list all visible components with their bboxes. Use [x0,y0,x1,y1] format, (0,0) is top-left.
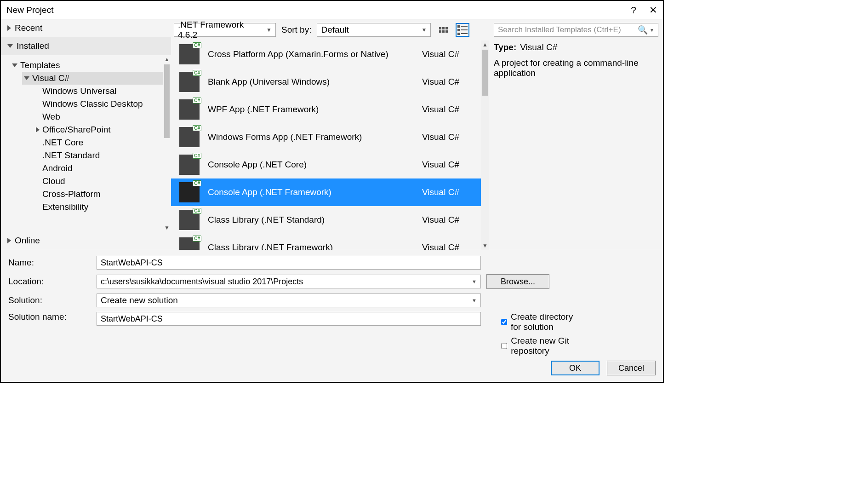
template-lang: Visual C# [422,132,473,142]
browse-button[interactable]: Browse... [486,274,549,289]
template-name: Console App (.NET Core) [208,160,414,170]
tree-item[interactable]: Android [34,162,163,175]
solname-field[interactable] [97,312,481,326]
template-name: Blank App (Universal Windows) [208,77,414,87]
template-icon: C# [179,210,200,230]
csharp-badge-icon: C# [193,42,201,48]
dialog-title: New Project [6,5,631,15]
template-name: Class Library (.NET Framework) [208,242,414,250]
tree-item[interactable]: .NET Standard [34,149,163,162]
tree-scrollbar[interactable]: ▲ ▼ [163,55,171,232]
toolbar: .NET Framework 4.6.2 ▼ Sort by: Default … [171,19,489,40]
view-grid-button[interactable] [436,23,450,37]
chevron-down-icon[interactable]: ▼ [650,28,654,33]
csharp-badge-icon: C# [193,153,201,159]
framework-dropdown[interactable]: .NET Framework 4.6.2 ▼ [174,23,276,37]
scroll-down-icon[interactable]: ▼ [164,224,170,231]
template-icon: C# [179,155,200,175]
name-input[interactable] [101,258,477,268]
template-lang: Visual C# [422,160,473,170]
scroll-thumb[interactable] [482,50,488,96]
chevron-right-icon [7,238,11,243]
tree-item[interactable]: .NET Core [34,136,163,149]
tree-item[interactable]: Extensibility [34,201,163,213]
name-field[interactable] [97,256,481,270]
sortby-label: Sort by: [281,25,311,35]
tree-item[interactable]: Windows Classic Desktop [34,98,163,110]
nav-online[interactable]: Online [1,232,171,250]
location-field[interactable]: ▼ [97,275,481,288]
template-row[interactable]: C#Cross Platform App (Xamarin.Forms or N… [171,40,481,68]
csharp-badge-icon: C# [193,236,201,242]
solname-input[interactable] [101,314,477,324]
template-description: A project for creating a command-line ap… [494,58,658,78]
list-scrollbar[interactable]: ▲ ▼ [481,40,489,250]
help-icon[interactable]: ? [631,5,636,16]
tree-item[interactable]: Office/SharePoint [34,123,163,136]
check-git-repo[interactable]: Create new Git repository [501,336,584,356]
template-name: Cross Platform App (Xamarin.Forms or Nat… [208,49,414,59]
close-icon[interactable]: ✕ [649,5,657,16]
left-panel: Recent Installed Templates Visual C# [1,19,171,250]
template-lang: Visual C# [422,215,473,225]
cancel-button[interactable]: Cancel [607,361,656,375]
template-row[interactable]: C#Windows Forms App (.NET Framework)Visu… [171,123,481,151]
tree-visual-csharp[interactable]: Visual C# [22,72,163,85]
template-row[interactable]: C#Class Library (.NET Standard)Visual C# [171,206,481,234]
chevron-down-icon [24,76,29,80]
scroll-up-icon[interactable]: ▲ [482,40,488,49]
center-panel: .NET Framework 4.6.2 ▼ Sort by: Default … [171,19,489,250]
template-icon: C# [179,127,200,147]
csharp-badge-icon: C# [193,98,201,104]
location-label: Location: [8,276,91,287]
search-input[interactable]: 🔍 ▼ [494,23,658,37]
scroll-up-icon[interactable]: ▲ [164,56,170,63]
template-tree: Templates Visual C# Windows UniversalWin… [1,55,163,232]
right-panel: 🔍 ▼ Type: Visual C# A project for creati… [489,19,663,250]
template-row[interactable]: C#Console App (.NET Framework)Visual C# [171,178,481,206]
bottom-panel: Name: Location: ▼ Browse... Solution: Cr… [1,250,663,382]
search-field[interactable] [498,25,636,35]
tree-item[interactable]: Web [34,110,163,123]
chevron-right-icon [7,25,11,31]
solution-label: Solution: [8,295,91,305]
csharp-badge-icon: C# [193,70,201,76]
template-row[interactable]: C#Class Library (.NET Framework)Visual C… [171,234,481,250]
template-icon: C# [179,182,200,202]
template-icon: C# [179,237,200,250]
template-row[interactable]: C#Blank App (Universal Windows)Visual C# [171,68,481,96]
titlebar: New Project ? ✕ [1,1,663,19]
view-list-button[interactable] [456,23,469,37]
sortby-dropdown[interactable]: Default ▼ [317,23,431,37]
template-name: Class Library (.NET Standard) [208,215,414,225]
git-repo-checkbox[interactable] [501,342,507,350]
location-input[interactable] [101,277,472,287]
template-row[interactable]: C#WPF App (.NET Framework)Visual C# [171,96,481,123]
csharp-badge-icon: C# [193,208,201,214]
nav-installed[interactable]: Installed [1,37,171,55]
chevron-right-icon [36,127,40,132]
chevron-down-icon: ▼ [472,279,477,284]
scroll-down-icon[interactable]: ▼ [482,242,488,250]
tree-item[interactable]: Windows Universal [34,85,163,98]
list-icon [457,25,468,35]
chevron-down-icon: ▼ [266,27,272,33]
check-create-dir[interactable]: Create directory for solution [501,312,584,332]
create-dir-checkbox[interactable] [501,318,507,326]
scroll-thumb[interactable] [164,64,170,138]
chevron-down-icon [7,44,13,48]
ok-button[interactable]: OK [551,361,600,375]
type-info: Type: Visual C# [494,42,658,52]
nav-recent[interactable]: Recent [1,19,171,37]
tree-templates[interactable]: Templates [10,59,163,72]
template-name: WPF App (.NET Framework) [208,104,414,115]
solution-dropdown[interactable]: Create new solution ▼ [97,294,481,307]
template-row[interactable]: C#Console App (.NET Core)Visual C# [171,151,481,178]
search-icon[interactable]: 🔍 [638,25,648,35]
template-list: C#Cross Platform App (Xamarin.Forms or N… [171,40,489,250]
template-lang: Visual C# [422,242,473,250]
tree-item[interactable]: Cloud [34,175,163,188]
tree-item[interactable]: Cross-Platform [34,188,163,201]
chevron-down-icon: ▼ [472,298,477,303]
template-name: Console App (.NET Framework) [208,187,414,197]
